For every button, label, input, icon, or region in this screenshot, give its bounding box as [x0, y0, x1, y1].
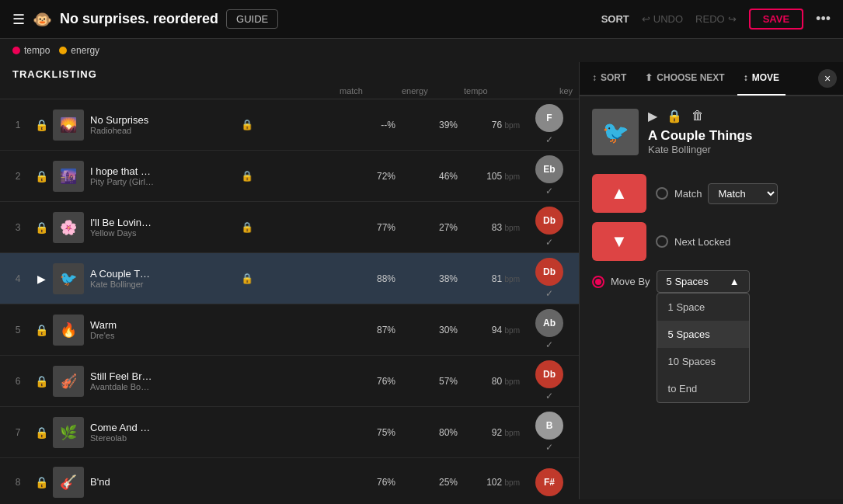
track-play-icon[interactable]: 🔒 [30, 119, 53, 131]
app-title: No surprises. reordered [60, 11, 218, 27]
dropdown-item-1_space[interactable]: 1 Space [657, 294, 749, 321]
track-artist: Dre'es [90, 331, 117, 340]
track-match: 72% [340, 171, 402, 182]
track-key: Db ✓ [526, 360, 573, 401]
check-icon: ✓ [545, 391, 553, 401]
track-name: I hope that you think of me [90, 165, 154, 177]
move-by-row: Move By 5 Spaces ▲ 1 Space5 Spaces10 Spa… [592, 270, 831, 293]
track-tempo: 102 bpm [464, 477, 526, 488]
dropdown-item-to_end[interactable]: to End [657, 375, 749, 402]
energy-legend: energy [59, 45, 99, 56]
dropdown-item-10_spaces[interactable]: 10 Spaces [657, 348, 749, 375]
track-number: 7 [6, 427, 30, 438]
tempo-legend: tempo [12, 45, 50, 56]
track-lock-icon[interactable]: 🔒 [154, 273, 340, 284]
panel-track-actions: ▶ 🔒 🗑 [648, 109, 752, 123]
panel-lock-icon[interactable]: 🔒 [667, 109, 682, 123]
track-tempo: 105 bpm [464, 171, 526, 182]
check-icon: ✓ [545, 134, 553, 145]
track-info: 🎸 B'nd [53, 467, 154, 498]
move-down-button[interactable]: ▼ [592, 222, 646, 261]
track-play-icon[interactable]: 🔒 [30, 476, 53, 488]
spaces-select-button[interactable]: 5 Spaces ▲ [657, 270, 750, 293]
track-key: Db ✓ [526, 258, 573, 299]
tab-choose-next[interactable]: ⬆ CHOOSE NEXT [639, 61, 730, 96]
track-match: 88% [340, 273, 402, 284]
key-badge: F [535, 104, 563, 132]
tracklist-section: TRACKLISTING match energy tempo key 1 🔒 … [0, 62, 579, 499]
more-button[interactable]: ••• [816, 11, 831, 27]
panel-track-artist: Kate Bollinger [648, 144, 752, 155]
dropdown-item-5_spaces[interactable]: 5 Spaces [657, 321, 749, 348]
track-play-icon[interactable]: 🔒 [30, 426, 53, 439]
track-play-icon[interactable]: 🔒 [30, 375, 53, 388]
hamburger-icon[interactable]: ☰ [12, 11, 25, 28]
track-row[interactable]: 1 🔒 🌄 No Surprises Radiohead 🔒 --% 39% 7… [0, 99, 579, 151]
track-number: 5 [6, 325, 30, 335]
check-icon: ✓ [545, 442, 553, 453]
key-badge: F# [535, 468, 563, 496]
track-name: Warm [90, 319, 117, 331]
header-right: SORT ↩ UNDO REDO ↪ SAVE ••• [601, 9, 831, 30]
track-number: 6 [6, 376, 30, 387]
panel-track-name: A Couple Things [648, 128, 752, 144]
track-row[interactable]: 4 ▶ 🐦 A Couple Things Kate Bollinger 🔒 8… [0, 253, 579, 304]
chevron-down-icon: ▲ [730, 276, 740, 287]
track-name: B'nd [90, 476, 110, 488]
track-play-icon[interactable]: 🔒 [30, 170, 53, 182]
track-artist: Pity Party (Girls Club), Lucys [90, 177, 154, 186]
track-details: No Surprises Radiohead [90, 114, 148, 135]
track-lock-icon[interactable]: 🔒 [154, 119, 340, 130]
move-by-radio[interactable] [592, 276, 604, 288]
spaces-dropdown-menu: 1 Space5 Spaces10 Spacesto End [657, 293, 750, 403]
track-thumbnail: 🔥 [53, 315, 84, 346]
monkey-icon: 🐵 [33, 10, 52, 29]
undo-button[interactable]: ↩ UNDO [642, 13, 683, 25]
track-tempo: 83 bpm [464, 222, 526, 233]
track-row[interactable]: 7 🔒 🌿 Come And Play In The Milk _ Stereo… [0, 407, 579, 458]
track-match: 76% [340, 477, 402, 488]
panel-play-icon[interactable]: ▶ [648, 109, 657, 123]
match-select[interactable]: Match [708, 183, 778, 204]
check-icon: ✓ [545, 186, 553, 196]
panel-track-details: ▶ 🔒 🗑 A Couple Things Kate Bollinger [648, 109, 752, 155]
close-panel-button[interactable]: × [818, 69, 837, 88]
save-button[interactable]: SAVE [749, 9, 803, 30]
track-key: Ab ✓ [526, 309, 573, 350]
track-details: Come And Play In The Milk _ Stereolab [90, 422, 154, 443]
track-row[interactable]: 8 🔒 🎸 B'nd 76% 25% 102 bpm F# [0, 458, 579, 499]
redo-button[interactable]: REDO ↪ [695, 13, 737, 25]
track-row[interactable]: 5 🔒 🔥 Warm Dre'es 87% 30% 94 bpm Ab ✓ [0, 304, 579, 356]
track-row[interactable]: 2 🔒 🌆 I hope that you think of me Pity P… [0, 151, 579, 202]
header: ☰ 🐵 No surprises. reordered GUIDE SORT ↩… [0, 0, 843, 39]
track-info: 🌸 I'll Be Loving You Yellow Days [53, 212, 154, 243]
track-tempo: 76 bpm [464, 120, 526, 130]
track-row[interactable]: 3 🔒 🌸 I'll Be Loving You Yellow Days 🔒 7… [0, 202, 579, 253]
match-option-wrapper: Match Match [656, 183, 778, 204]
track-play-icon[interactable]: 🔒 [30, 324, 53, 336]
tab-sort[interactable]: ↕ SORT [586, 61, 632, 96]
next-locked-radio[interactable] [656, 235, 668, 248]
track-key: F# [526, 468, 573, 496]
track-lock-icon[interactable]: 🔒 [154, 170, 340, 182]
next-locked-option: Next Locked [656, 235, 730, 248]
track-number: 4 [6, 273, 30, 284]
track-details: Still Feel Broke Avantdale Bowling Club [90, 370, 154, 391]
track-play-icon[interactable]: 🔒 [30, 221, 53, 234]
spaces-selected-label: 5 Spaces [667, 276, 709, 287]
track-name: No Surprises [90, 114, 148, 126]
track-play-icon[interactable]: ▶ [30, 273, 53, 285]
panel-delete-icon[interactable]: 🗑 [691, 109, 704, 123]
tab-move[interactable]: ↕ MOVE [737, 61, 786, 96]
track-row[interactable]: 6 🔒 🎻 Still Feel Broke Avantdale Bowling… [0, 356, 579, 407]
sort-tab-label: SORT [601, 72, 626, 83]
guide-button[interactable]: GUIDE [226, 9, 278, 29]
move-up-button[interactable]: ▲ [592, 174, 646, 213]
track-key: Db ✓ [526, 207, 573, 248]
track-details: B'nd [90, 476, 110, 488]
sort-button[interactable]: SORT [601, 13, 629, 25]
track-key: Eb ✓ [526, 155, 573, 196]
track-lock-icon[interactable]: 🔒 [154, 221, 340, 233]
track-thumbnail: 🎻 [53, 366, 84, 397]
match-radio[interactable] [656, 187, 668, 200]
